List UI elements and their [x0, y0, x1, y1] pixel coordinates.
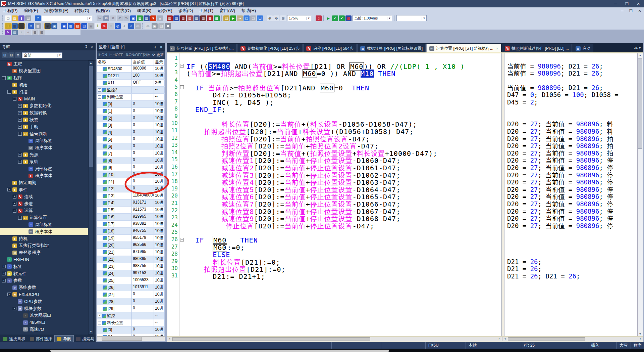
- window-gray-icon[interactable]: ▢: [250, 15, 256, 21]
- menu-item-5[interactable]: 视图(V): [92, 8, 113, 13]
- watch-row[interactable]: [10]010进: [97, 171, 165, 178]
- tree-item-23[interactable]: +≡局部标签: [0, 221, 88, 228]
- nav-close-icon[interactable]: ✕: [91, 45, 94, 49]
- watch-current-value[interactable]: 0: [132, 101, 154, 107]
- watch-display-format[interactable]: 10进: [154, 185, 165, 192]
- device-tree-icon[interactable]: ▤: [81, 23, 87, 29]
- tree-item-24[interactable]: +ST程序本体: [0, 228, 88, 235]
- watch-update-button[interactable]: ⟳ 更新: [152, 52, 164, 57]
- tree-item-8[interactable]: +▮状态: [0, 116, 88, 123]
- tree-item-6[interactable]: +▮参数初始化: [0, 102, 88, 109]
- minimize-button[interactable]: ─: [610, 0, 621, 7]
- watch-row[interactable]: [2]010进: [97, 115, 165, 122]
- watch-current-value[interactable]: 988755: [132, 263, 154, 270]
- tree-expander-icon[interactable]: -: [7, 293, 11, 296]
- user-icon[interactable]: ⚉: [165, 23, 171, 29]
- watch-current-value[interactable]: 0: [132, 291, 154, 298]
- find-window-icon[interactable]: ▣: [51, 23, 57, 29]
- watch-current-value[interactable]: 0: [132, 129, 154, 136]
- menu-item-4[interactable]: 转换(C): [71, 8, 92, 13]
- tree-expander-icon[interactable]: -: [2, 76, 6, 80]
- watch-display-format[interactable]: --: [154, 319, 165, 326]
- help-icon[interactable]: ?: [35, 15, 41, 21]
- window-list-icon[interactable]: ▤: [158, 23, 164, 29]
- watch-current-value[interactable]: 929965: [132, 214, 154, 220]
- check-params-icon[interactable]: ✔: [339, 15, 345, 21]
- undo-icon[interactable]: ↶: [117, 15, 123, 21]
- watch-current-value[interactable]: 0: [132, 136, 154, 143]
- watch-display-format[interactable]: 10进: [154, 214, 165, 220]
- editor-tab-5[interactable]: ST运算位置 [PRG] [ST] 监视执行...×: [426, 44, 501, 52]
- watch-row[interactable]: D121110010进: [97, 73, 165, 80]
- watch-row[interactable]: [0]010进: [97, 101, 165, 108]
- cut-icon[interactable]: ✂: [97, 15, 103, 21]
- monitor-read-icon[interactable]: ▥: [187, 15, 193, 21]
- fold-collapse-icon[interactable]: −: [180, 64, 184, 68]
- watch-display-format[interactable]: 10进: [154, 115, 165, 122]
- watch-hscrollbar[interactable]: [97, 336, 165, 341]
- watch-display-format[interactable]: 10进: [154, 277, 165, 284]
- watch-display-format[interactable]: 10进: [154, 171, 165, 178]
- window-select-combo[interactable]: ▼: [396, 15, 427, 21]
- code-hscroll-thumb[interactable]: [172, 337, 370, 341]
- nav-tab-4[interactable]: 搜索与...: [74, 335, 100, 343]
- nav-scroll-thumb[interactable]: [89, 66, 93, 167]
- watch-current-value[interactable]: 0: [132, 178, 154, 185]
- search-window-icon[interactable]: ⌕: [128, 23, 134, 29]
- nav-tab-1[interactable]: 连接目标: [1, 335, 28, 343]
- watch-row[interactable]: [21]97196510进: [97, 249, 165, 256]
- watch-current-value[interactable]: [132, 319, 154, 326]
- menu-item-12[interactable]: 帮助(H): [238, 8, 259, 13]
- zoom-fit-icon[interactable]: ⊞: [280, 15, 286, 21]
- watch-row[interactable]: [27]010进: [97, 291, 165, 298]
- watch-current-value[interactable]: 0: [132, 305, 154, 312]
- watch-current-value[interactable]: [132, 87, 154, 93]
- tree-item-14[interactable]: -▮滚轴: [0, 158, 88, 165]
- editor-tab-4[interactable]: ▦数据转换 [PRG] [局部标签设置]: [357, 44, 426, 52]
- menu-item-7[interactable]: 调试(B): [134, 8, 154, 13]
- tree-expander-icon[interactable]: -: [13, 209, 16, 213]
- doc-copy-icon[interactable]: ▤: [12, 30, 18, 35]
- watch-display-format[interactable]: 10进: [154, 65, 165, 72]
- watch-row[interactable]: [17]93838210进: [97, 221, 165, 228]
- nav-scrollbar[interactable]: ▲ ▼: [88, 60, 94, 335]
- nav-filter-dropdown[interactable]: 全部▼: [22, 52, 62, 58]
- watch-col-format[interactable]: 显示: [154, 59, 165, 65]
- watch-display-format[interactable]: 10进: [154, 235, 165, 241]
- tree-item-36[interactable]: +⌗以太网端口: [0, 312, 88, 319]
- tree-item-FX5UCPU[interactable]: -▣FX5UCPU: [0, 291, 88, 298]
- tree-item-26[interactable]: +▮无执行类型指定: [0, 242, 88, 249]
- watch-row[interactable]: [0]010进: [97, 326, 165, 334]
- tree-item-485[interactable]: +⌁485串口: [0, 319, 88, 326]
- tree-expander-icon[interactable]: +: [18, 125, 22, 129]
- device-comment-drop-icon[interactable]: ▣: [61, 23, 67, 29]
- tree-sort-icon[interactable]: ⊟: [2, 52, 8, 58]
- tree-item-29[interactable]: +≡标签: [0, 263, 88, 270]
- watch-row[interactable]: [1]010进: [97, 108, 165, 115]
- watch-row[interactable]: [15]92157310进: [97, 207, 165, 214]
- watch-row[interactable]: [3]010进: [97, 122, 165, 129]
- tree-expander-icon[interactable]: +: [18, 111, 22, 115]
- watch-row[interactable]: [19]95517910进: [97, 235, 165, 242]
- watch-row[interactable]: X11OFF2进: [97, 80, 165, 87]
- watch-expander-icon[interactable]: -: [98, 321, 101, 324]
- tree-expander-icon[interactable]: +: [13, 202, 16, 206]
- tree-item-11[interactable]: +≡局部标签: [0, 137, 88, 144]
- editor-tab-1[interactable]: ST信号判断 [PRG] [ST] 监视执行...: [167, 44, 237, 52]
- watch-expander-icon[interactable]: +: [98, 88, 101, 92]
- monitor-hscrollbar[interactable]: ◂ ▸: [502, 337, 643, 341]
- watch-display-format[interactable]: 10进: [154, 200, 165, 206]
- tree-item-FBFUN[interactable]: +ƒFB/FUN: [0, 256, 88, 263]
- watch-display-format[interactable]: 10进: [154, 101, 165, 107]
- menu-item-8[interactable]: 记录(R): [154, 8, 175, 13]
- watch-current-value[interactable]: OFF: [132, 80, 154, 86]
- watch-current-value[interactable]: 980896: [132, 65, 154, 72]
- watch-col-name[interactable]: 名称: [97, 59, 132, 65]
- watch-row[interactable]: +监控2--: [97, 87, 165, 94]
- tree-collapse-icon[interactable]: ⊟: [8, 52, 14, 58]
- list-view-icon[interactable]: ▦: [35, 23, 41, 29]
- watch-on-button[interactable]: ⊩ON: [98, 53, 107, 57]
- check-program-icon[interactable]: ✔: [332, 15, 338, 21]
- find-device-icon[interactable]: ⌕: [121, 23, 127, 29]
- dock-window-icon[interactable]: ▭: [135, 23, 141, 29]
